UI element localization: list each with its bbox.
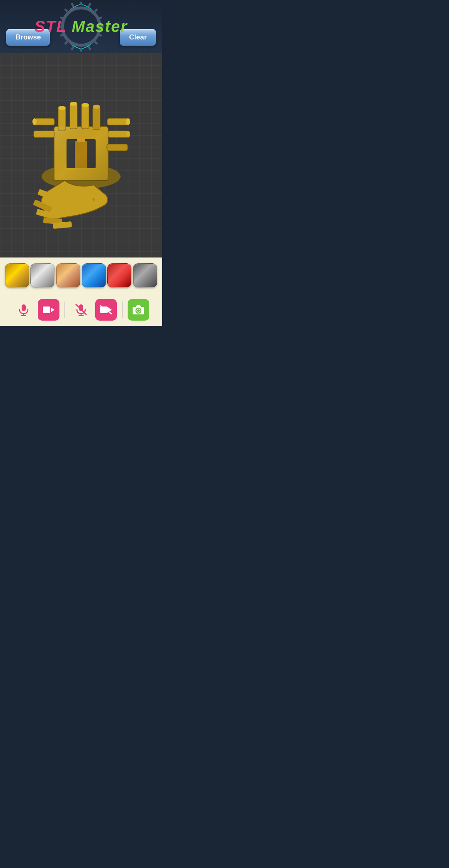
svg-point-25 [70,102,77,106]
mute-video-button[interactable] [95,299,117,321]
svg-rect-34 [107,144,128,151]
svg-line-2 [89,3,91,7]
toolbar-separator [64,302,65,318]
svg-line-8 [89,47,91,50]
3d-model: ⚜ [27,77,135,235]
svg-point-31 [126,118,130,125]
app-logo: STL Master [35,18,128,36]
swatch-bronze[interactable] [56,263,80,287]
svg-rect-28 [93,107,100,130]
svg-rect-32 [108,131,128,137]
svg-rect-45 [22,304,26,311]
svg-rect-24 [70,104,77,129]
svg-point-36 [32,118,37,125]
logo-master: Master [67,18,128,35]
svg-line-3 [95,9,97,12]
mute-microphone-icon [75,304,87,316]
svg-line-11 [65,42,67,44]
svg-line-7 [95,42,97,44]
swatch-silver[interactable] [30,263,54,287]
logo-stl: STL [35,18,67,35]
swatch-blue[interactable] [82,263,106,287]
svg-rect-37 [34,131,54,137]
swatch-gold[interactable] [5,263,29,287]
logo-text: STL Master [35,18,128,36]
svg-marker-49 [51,307,54,312]
video-button[interactable] [38,299,59,321]
svg-point-33 [126,131,130,137]
svg-point-59 [137,309,140,312]
3d-viewport[interactable]: ⚜ [0,54,162,257]
svg-line-15 [65,9,67,12]
camera-button[interactable] [128,299,149,321]
mute-microphone-button[interactable] [70,299,92,321]
svg-point-29 [93,105,100,109]
model-svg: ⚜ [27,77,135,235]
svg-text:⚜: ⚜ [91,197,96,203]
app-header: STL Master Browse Clear [0,0,162,54]
svg-point-23 [58,106,66,110]
camera-icon [132,305,145,315]
svg-point-27 [81,103,89,107]
svg-line-16 [72,3,74,7]
svg-rect-26 [81,105,89,129]
microphone-icon [18,304,29,316]
svg-rect-44 [54,127,108,181]
svg-line-10 [72,47,74,50]
svg-rect-30 [107,118,128,125]
toolbar-separator-2 [122,302,123,318]
svg-rect-35 [35,118,54,125]
svg-rect-48 [43,306,50,313]
color-palette [0,257,162,293]
video-icon [42,305,55,314]
swatch-red[interactable] [107,263,131,287]
microphone-button[interactable] [13,299,35,321]
bottom-toolbar [0,293,162,326]
swatch-gray[interactable] [133,263,157,287]
mute-video-icon [100,305,112,314]
